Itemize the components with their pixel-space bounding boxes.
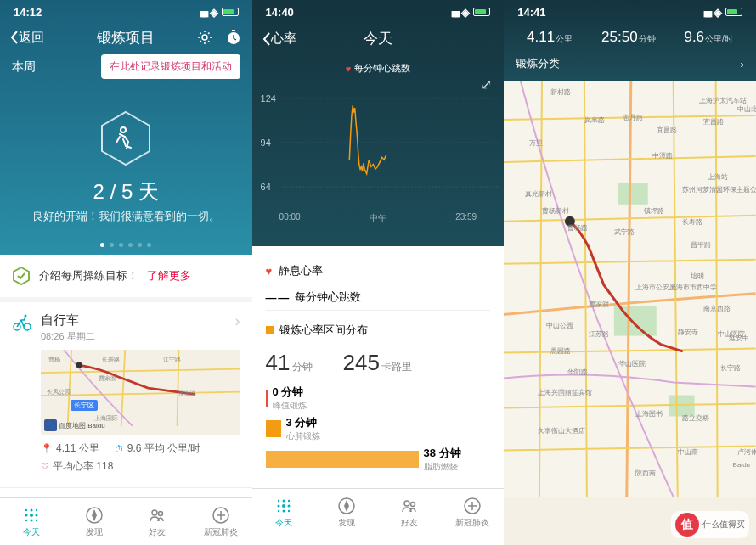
page-title: 今天 <box>364 29 392 48</box>
svg-point-36 <box>277 499 279 501</box>
map-poi-label: 万里 <box>529 139 543 147</box>
map-poi-label: 上海站 <box>708 173 728 181</box>
back-button[interactable]: 返回 <box>10 30 44 46</box>
bpm-row[interactable]: — — 每分钟心跳数 <box>266 284 491 311</box>
svg-point-47 <box>410 502 415 506</box>
district-tag: 长宁区 <box>71 400 98 411</box>
hr-header: 心率 今天 ♥ 每分钟心跳数 ⤢ 124 94 64 00:00中午23:59 <box>252 0 505 246</box>
route-map[interactable]: ⤡ 新村路岚皋路志丹路宜昌路中潭路宜昌路上海沪太汽车站中山北万里曹杨新村真光新村… <box>504 81 756 545</box>
chevron-left-icon <box>10 31 19 44</box>
dashes-icon: — — <box>266 291 289 304</box>
chevron-right-icon: › <box>235 312 240 330</box>
gear-icon[interactable] <box>196 29 213 46</box>
goal-intro-card[interactable]: 介绍每周操练目标！ 了解更多 <box>0 255 252 302</box>
svg-point-37 <box>282 499 285 502</box>
hr-chart[interactable]: 124 94 64 00:00中午23:59 <box>252 85 505 229</box>
chevron-left-icon <box>262 32 271 46</box>
map-poi-label: 上海图书 <box>635 410 663 418</box>
map-poi-label: 宜昌路 <box>703 118 724 126</box>
goal-count: 2 / 5 天 <box>0 178 252 205</box>
zone-totals: 41分钟 245卡路里 <box>266 350 491 376</box>
svg-point-31 <box>159 511 163 515</box>
resting-hr-row[interactable]: ♥ 静息心率 <box>266 258 491 284</box>
map-poi-label: 中山北 <box>737 105 756 113</box>
page-dots[interactable] <box>0 243 252 247</box>
chevron-right-icon: › <box>740 58 743 70</box>
nav-bar: 心率 今天 <box>252 24 505 53</box>
status-icons <box>200 6 239 19</box>
watermark: 值 什么值得买 <box>671 511 749 538</box>
tab-fitbit[interactable]: 今天 <box>252 489 315 536</box>
exercise-header: 返回 锻炼项目 本周 在此处记录锻炼项目和活动 2 / 5 天 良好的开端！我们… <box>0 0 252 255</box>
svg-point-24 <box>30 514 33 517</box>
summary-stat: 4.11公里 <box>527 29 573 46</box>
wifi-icon <box>210 6 218 19</box>
tab-compass[interactable]: 发现 <box>315 489 378 536</box>
zone-title: 锻炼心率区间分布 <box>266 323 491 338</box>
goal-hex-icon <box>12 267 31 285</box>
svg-point-46 <box>404 501 409 506</box>
status-bar: 14:40 <box>252 0 505 24</box>
stopwatch-icon[interactable] <box>225 29 242 46</box>
x-axis: 00:00中午23:59 <box>252 212 505 229</box>
map-poi-label: 曹杨路 <box>567 224 588 232</box>
signal-icon <box>703 6 710 19</box>
tab-plus[interactable]: 新冠肺炎 <box>441 489 504 536</box>
back-button[interactable]: 心率 <box>262 31 296 47</box>
activity-map-thumb[interactable]: 曹杨 长寿路 江宁路 曹家渡 长风公园 淮海路 上海国际 长宁区 🐾 百度地图 … <box>41 350 240 435</box>
zone-label: 38 分钟脂肪燃烧 <box>424 446 461 473</box>
map-poi-label: 长寿路 <box>682 218 702 226</box>
activity-hr: ♡平均心率 118 <box>12 459 240 477</box>
heart-icon: ♥ <box>346 64 352 74</box>
tab-compass[interactable]: 发现 <box>63 498 126 545</box>
battery-icon <box>725 8 742 16</box>
svg-rect-51 <box>618 183 648 205</box>
category-row[interactable]: 锻炼分类 › <box>504 51 756 76</box>
map-poi-label: 愚园路 <box>550 347 571 355</box>
map-poi-label: 宜昌路 <box>657 126 677 134</box>
svg-text:曹家渡: 曹家渡 <box>99 374 116 382</box>
page-title: 锻炼项目 <box>97 28 155 48</box>
map-poi-label: 中山南 <box>678 448 698 456</box>
tab-plus[interactable]: 新冠肺炎 <box>189 498 251 545</box>
tab-friends[interactable]: 好友 <box>126 498 189 545</box>
compass-icon <box>85 506 104 525</box>
svg-point-30 <box>152 510 157 515</box>
learn-more-link[interactable]: 了解更多 <box>147 268 191 284</box>
friends-icon <box>148 506 166 525</box>
pin-icon: 📍 <box>41 443 53 454</box>
map-poi-label: 曹杨新村 <box>542 207 569 215</box>
zone-bar <box>266 420 281 437</box>
svg-text:曹杨: 曹杨 <box>48 356 60 363</box>
summary-stat: 9.6公里/时 <box>684 29 732 46</box>
tab-friends[interactable]: 好友 <box>378 489 441 536</box>
battery-icon <box>473 8 490 16</box>
zone-swatch-icon <box>266 326 274 334</box>
activity-card-outdoor[interactable]: 户外骑行 18:41 星期一 › ⏲22 分钟 🔥122 卡路里 <box>0 488 252 497</box>
svg-rect-50 <box>614 306 657 336</box>
map-poi-label: 卢湾体育 <box>737 448 756 456</box>
friends-icon <box>400 497 419 515</box>
map-poi-label: 延安中 <box>728 334 749 342</box>
svg-point-44 <box>287 509 289 511</box>
activity-card-bike[interactable]: 自行车 08:26 星期二 › 曹杨 长寿路 江宁路 曹家渡 长风公园 <box>0 302 252 488</box>
svg-point-43 <box>282 509 285 512</box>
svg-point-6 <box>24 323 31 330</box>
zone-label: 0 分钟峰值锻炼 <box>273 385 307 412</box>
zone-bar-row: 38 分钟脂肪燃烧 <box>266 446 491 473</box>
tab-label: 发现 <box>338 517 355 529</box>
svg-marker-4 <box>14 267 29 284</box>
tab-bar: 今天发现好友新冠肺炎 <box>252 488 505 536</box>
heart-icon: ♥ <box>266 265 273 278</box>
battery-icon <box>222 8 239 16</box>
heart-icon: ♡ <box>41 461 49 472</box>
tab-fitbit[interactable]: 今天 <box>0 498 63 545</box>
hr-body: ♥ 静息心率 — — 每分钟心跳数 锻炼心率区间分布 41分钟 245卡路里 0… <box>252 246 505 488</box>
map-poi-label: 镇坪路 <box>643 207 664 215</box>
svg-text:淮海路: 淮海路 <box>178 390 196 397</box>
resting-label: 静息心率 <box>279 263 323 278</box>
svg-text:江宁路: 江宁路 <box>163 356 181 363</box>
svg-point-28 <box>36 519 37 520</box>
log-tooltip[interactable]: 在此处记录锻炼项目和活动 <box>101 54 240 79</box>
goal-message: 良好的开端！我们很满意看到的一切。 <box>0 209 252 224</box>
